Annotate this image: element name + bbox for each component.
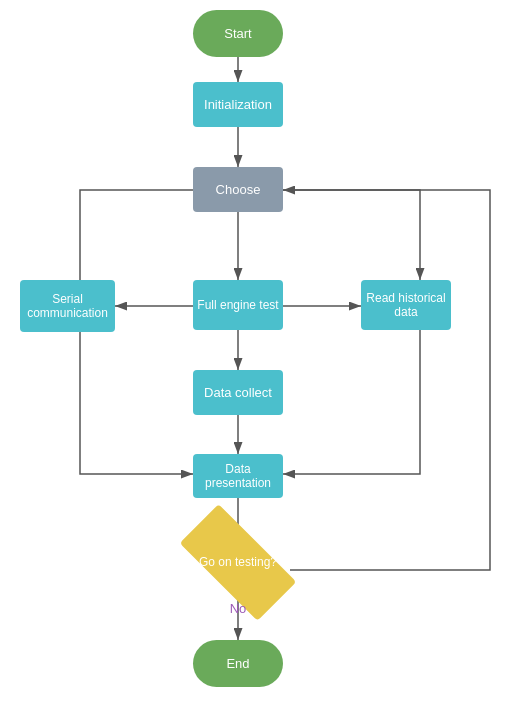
go-on-testing-diamond: Go on testing? (155, 527, 321, 597)
flowchart: Start Initialization Choose Serial commu… (0, 0, 524, 711)
start-node: Start (193, 10, 283, 57)
full-engine-test-node: Full engine test (193, 280, 283, 330)
serial-communication-node: Serial communication (20, 280, 115, 332)
data-presentation-node: Data presentation (193, 454, 283, 498)
end-node: End (193, 640, 283, 687)
data-collect-node: Data collect (193, 370, 283, 415)
choose-node: Choose (193, 167, 283, 212)
initialization-node: Initialization (193, 82, 283, 127)
no-label: No (215, 598, 261, 618)
read-historical-data-node: Read historical data (361, 280, 451, 330)
